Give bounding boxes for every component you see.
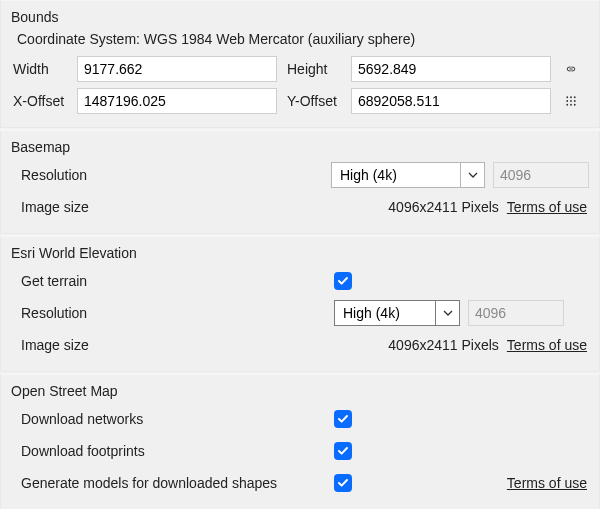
svg-point-4 xyxy=(570,100,572,102)
elevation-resolution-label: Resolution xyxy=(11,305,326,321)
elevation-group: Esri World Elevation Get terrain Resolut… xyxy=(0,236,600,372)
download-footprints-checkbox[interactable] xyxy=(334,442,352,460)
coordinate-system-label: Coordinate System: WGS 1984 Web Mercator… xyxy=(17,31,589,47)
svg-point-6 xyxy=(566,104,568,106)
basemap-size-value: 4096x2411 Pixels xyxy=(388,199,499,215)
svg-point-2 xyxy=(574,96,576,98)
basemap-group: Basemap Resolution Image size 4096x2411 … xyxy=(0,130,600,234)
svg-point-5 xyxy=(574,100,576,102)
svg-point-1 xyxy=(570,96,572,98)
get-terrain-checkbox[interactable] xyxy=(334,272,352,290)
yoffset-label: Y-Offset xyxy=(285,93,343,109)
bounds-group: Bounds Coordinate System: WGS 1984 Web M… xyxy=(0,0,600,128)
download-networks-checkbox[interactable] xyxy=(334,410,352,428)
elevation-resolution-px xyxy=(468,300,564,326)
height-label: Height xyxy=(285,61,343,77)
svg-point-7 xyxy=(570,104,572,106)
svg-point-3 xyxy=(566,100,568,102)
width-input[interactable] xyxy=(77,56,277,82)
xoffset-label: X-Offset xyxy=(11,93,69,109)
basemap-terms-link[interactable]: Terms of use xyxy=(507,199,589,215)
chevron-down-icon[interactable] xyxy=(436,300,460,326)
bounds-title: Bounds xyxy=(11,9,589,25)
link-aspect-icon[interactable] xyxy=(559,57,583,81)
osm-group: Open Street Map Download networks Downlo… xyxy=(0,374,600,509)
basemap-resolution-select[interactable] xyxy=(331,162,461,188)
basemap-resolution-label: Resolution xyxy=(11,167,323,183)
elevation-size-value: 4096x2411 Pixels xyxy=(388,337,499,353)
elevation-resolution-select[interactable] xyxy=(334,300,436,326)
basemap-resolution-px xyxy=(493,162,589,188)
download-networks-label: Download networks xyxy=(11,411,326,427)
grid-icon[interactable] xyxy=(559,89,583,113)
generate-models-label: Generate models for downloaded shapes xyxy=(11,475,326,491)
xoffset-input[interactable] xyxy=(77,88,277,114)
generate-models-checkbox[interactable] xyxy=(334,474,352,492)
svg-point-8 xyxy=(574,104,576,106)
osm-title: Open Street Map xyxy=(11,383,589,399)
elevation-size-label: Image size xyxy=(11,337,326,353)
basemap-title: Basemap xyxy=(11,139,589,155)
osm-terms-link[interactable]: Terms of use xyxy=(507,475,589,491)
yoffset-input[interactable] xyxy=(351,88,551,114)
chevron-down-icon[interactable] xyxy=(461,162,485,188)
svg-point-0 xyxy=(566,96,568,98)
elevation-terms-link[interactable]: Terms of use xyxy=(507,337,589,353)
download-footprints-label: Download footprints xyxy=(11,443,326,459)
get-terrain-label: Get terrain xyxy=(11,273,326,289)
height-input[interactable] xyxy=(351,56,551,82)
basemap-size-label: Image size xyxy=(11,199,326,215)
width-label: Width xyxy=(11,61,69,77)
elevation-title: Esri World Elevation xyxy=(11,245,589,261)
